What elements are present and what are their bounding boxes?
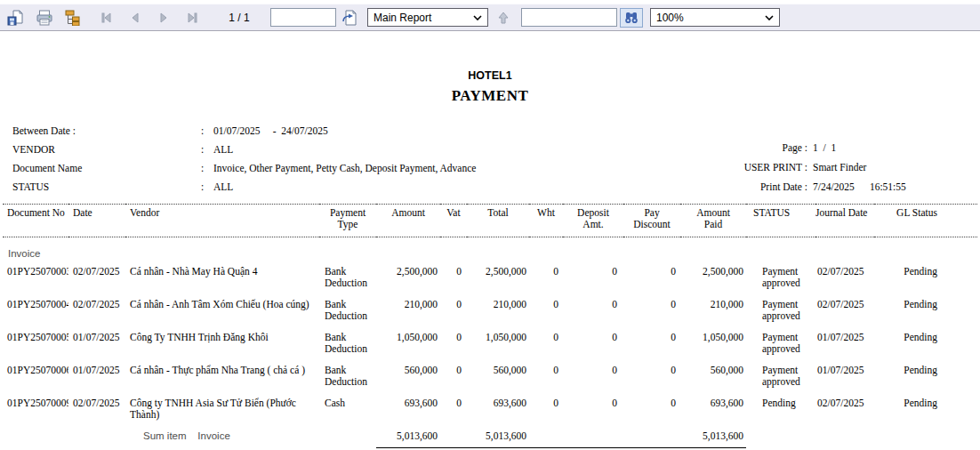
param-value: Invoice, Other Payment, Petty Cash, Depo… <box>213 163 476 173</box>
info-value: 7/24/2025 16:51:55 <box>813 181 906 192</box>
cell-wht: 0 <box>529 294 563 327</box>
parent-report-icon <box>496 11 510 25</box>
cell-total: 693,600 <box>467 393 529 426</box>
col-header-doc_no: Document No <box>3 205 68 237</box>
parent-report-button[interactable] <box>493 7 514 28</box>
param-between-date: Between Date : : 01/07/2025 - 24/07/2025 <box>12 125 476 144</box>
cell-deposit_amt: 0 <box>563 393 623 426</box>
sum-empty-cell <box>529 426 563 448</box>
cell-total: 560,000 <box>467 360 529 393</box>
search-input[interactable] <box>521 8 617 27</box>
group-tree-toggle-button[interactable] <box>62 7 84 28</box>
find-icon <box>623 11 639 25</box>
info-print-date: Print Date : 7/24/2025 16:51:55 <box>674 181 906 201</box>
cell-payment_type: Bank Deduction <box>319 360 376 393</box>
param-status: STATUS : ALL <box>12 181 476 200</box>
cell-journal_date: 02/07/2025 <box>815 294 874 327</box>
table-header-row: Document NoDateVendorPayment TypeAmountV… <box>3 205 977 237</box>
info-page: Page : 1 / 1 <box>674 142 906 162</box>
goto-page-input[interactable] <box>270 8 336 27</box>
cell-amount: 560,000 <box>376 360 440 393</box>
param-value: ALL <box>213 181 233 192</box>
sum-empty-cell <box>874 426 977 448</box>
next-page-icon <box>157 12 171 24</box>
col-header-status: STATUS <box>746 205 815 237</box>
group-label: Invoice <box>3 237 977 262</box>
cell-pay_discount: 0 <box>623 393 680 426</box>
cell-total: 210,000 <box>467 294 529 327</box>
col-header-pay_discount: Pay Discount <box>623 205 680 237</box>
report-viewer-toolbar: 1 / 1 Main Report 100 <box>0 4 980 31</box>
sum-empty-cell <box>319 426 376 448</box>
table-row: 01PY2507000902/07/2025Công ty TNHH Asia … <box>3 393 977 426</box>
info-user-print: USER PRINT : Smart Finder <box>674 162 906 181</box>
info-label: Page : <box>674 142 807 153</box>
sum-empty-cell <box>746 426 815 448</box>
sum-label: Sum item Invoice <box>125 426 319 448</box>
cell-doc_no: 01PY25070003 <box>3 261 68 294</box>
cell-amount_paid: 1,050,000 <box>680 327 746 360</box>
find-button[interactable] <box>620 8 643 28</box>
cell-status: Payment approved <box>746 294 815 327</box>
previous-page-icon <box>128 12 142 24</box>
sum-empty-cell <box>3 426 68 448</box>
cell-payment_type: Bank Deduction <box>319 294 376 327</box>
cell-amount: 2,500,000 <box>376 261 440 294</box>
cell-vat: 0 <box>440 360 467 393</box>
cell-date: 02/07/2025 <box>68 261 125 294</box>
sum-empty-cell <box>815 426 874 448</box>
cell-date: 01/07/2025 <box>68 327 125 360</box>
cell-payment_type: Bank Deduction <box>319 261 376 294</box>
first-page-icon <box>100 12 114 24</box>
cell-vendor: Cá nhân - Nhà May Hà Quận 4 <box>125 261 319 294</box>
cell-journal_date: 02/07/2025 <box>815 261 874 294</box>
col-header-amount: Amount <box>376 205 440 237</box>
col-header-vat: Vat <box>440 205 467 237</box>
cell-status: Payment approved <box>746 261 815 294</box>
sum-amount-paid: 5,013,600 <box>680 426 746 448</box>
report-select[interactable]: Main Report <box>367 8 488 27</box>
export-button[interactable] <box>5 7 27 28</box>
sum-empty-cell <box>623 426 680 448</box>
cell-date: 02/07/2025 <box>68 294 125 327</box>
col-header-payment_type: Payment Type <box>319 205 376 237</box>
cell-gl_status: Pending <box>874 294 977 327</box>
previous-page-button[interactable] <box>125 7 146 28</box>
cell-vat: 0 <box>440 327 467 360</box>
cell-pay_discount: 0 <box>623 360 680 393</box>
print-icon <box>36 10 53 26</box>
cell-vendor: Cá nhân - Thực phẩm Nha Trang ( chả cá ) <box>125 360 319 393</box>
cell-gl_status: Pending <box>874 261 977 294</box>
print-button[interactable] <box>34 7 55 28</box>
cell-doc_no: 01PY25070006 <box>3 360 68 393</box>
cell-deposit_amt: 0 <box>563 327 623 360</box>
cell-date: 02/07/2025 <box>68 393 125 426</box>
goto-page-button[interactable] <box>339 7 360 28</box>
sum-total: 5,013,600 <box>467 426 529 448</box>
cell-pay_discount: 0 <box>623 294 680 327</box>
sum-row: Sum item Invoice5,013,6005,013,6005,013,… <box>3 426 977 448</box>
table-row: 01PY2507000402/07/2025Cá nhân - Anh Tâm … <box>3 294 977 327</box>
first-page-button[interactable] <box>96 7 117 28</box>
hotel-name: HOTEL1 <box>0 69 980 82</box>
cell-status: Pending <box>746 393 815 426</box>
next-page-button[interactable] <box>153 7 174 28</box>
chevron-down-icon <box>473 15 482 20</box>
param-vendor: VENDOR : ALL <box>12 144 476 163</box>
chevron-down-icon <box>765 15 774 20</box>
last-page-button[interactable] <box>181 7 203 28</box>
sum-empty-cell <box>440 426 467 448</box>
zoom-select[interactable]: 100% <box>650 8 780 27</box>
cell-journal_date: 01/07/2025 <box>815 360 874 393</box>
cell-amount: 693,600 <box>376 393 440 426</box>
cell-vat: 0 <box>440 261 467 294</box>
table-row: 01PY2507000501/07/2025Công Ty TNHH Trịnh… <box>3 327 977 360</box>
report-title: PAYMENT <box>0 87 980 105</box>
sum-empty-cell <box>68 426 125 448</box>
cell-gl_status: Pending <box>874 360 977 393</box>
info-value: Smart Finder <box>813 162 866 173</box>
cell-wht: 0 <box>529 393 563 426</box>
cell-total: 1,050,000 <box>467 327 529 360</box>
param-label: Document Name <box>12 163 201 173</box>
col-header-amount_paid: Amount Paid <box>680 205 746 237</box>
